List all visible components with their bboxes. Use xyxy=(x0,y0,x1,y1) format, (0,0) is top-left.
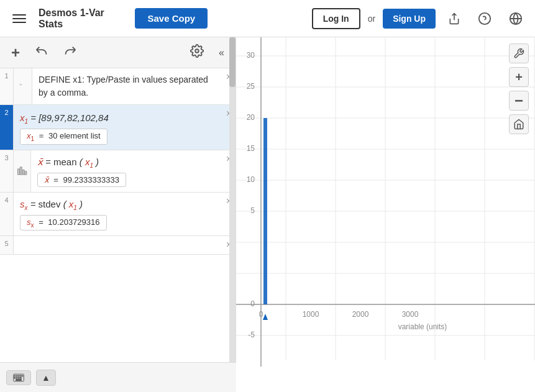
svg-text:2000: 2000 xyxy=(352,310,369,319)
svg-text:20: 20 xyxy=(247,113,255,122)
home-button[interactable] xyxy=(509,114,529,134)
mean-paren2: ) xyxy=(96,157,99,167)
stdev-eq: = xyxy=(30,199,39,209)
svg-text:10: 10 xyxy=(247,175,255,184)
svg-text:25: 25 xyxy=(247,82,255,91)
login-button[interactable]: Log In xyxy=(312,8,360,29)
redo-button[interactable] xyxy=(58,42,82,63)
xbar-result-var: x̄ xyxy=(44,175,49,185)
expr-content-3[interactable]: x̄ = mean ( x1 ) x̄ = 99.2333333333 × xyxy=(31,150,235,192)
undo-button[interactable] xyxy=(30,42,53,63)
expr-content-2[interactable]: x1 = [89,97,82,102,84 x1 = 30 element li… xyxy=(14,105,235,150)
zoom-in-button[interactable]: + xyxy=(509,67,529,87)
mean-eq: = xyxy=(45,157,53,167)
main-layout: + « 1 xyxy=(0,37,535,392)
graph-svg: 30 25 20 15 10 5 0 -5 0 1000 2000 3000 v… xyxy=(236,37,535,392)
svg-rect-13 xyxy=(22,375,23,376)
expression-row-5: 5 × xyxy=(0,236,235,255)
mean-arg-sub: 1 xyxy=(89,162,93,169)
hamburger-icon xyxy=(12,14,26,23)
redo-icon xyxy=(63,44,77,58)
stdev-fn: stdev xyxy=(39,199,61,209)
svg-rect-16 xyxy=(18,377,19,378)
list-result-text: 30 element list xyxy=(48,131,101,140)
collapse-button[interactable]: « xyxy=(214,45,229,61)
svg-text:15: 15 xyxy=(247,144,255,153)
sx-sub: x xyxy=(25,204,28,211)
data-point-marker xyxy=(263,314,268,320)
expr-number-1: 1 xyxy=(0,68,14,104)
undo-icon xyxy=(35,44,48,58)
hamburger-menu[interactable] xyxy=(7,12,31,25)
arrow-up-button[interactable]: ▲ xyxy=(36,370,56,386)
sx-var: s xyxy=(20,199,25,209)
svg-text:variable (units): variable (units) xyxy=(398,322,447,331)
x1-sub: 1 xyxy=(25,118,29,125)
expression-row-1: 1 " DEFINE x1: Type/Paste in values sepa… xyxy=(0,68,235,105)
svg-text:3000: 3000 xyxy=(402,310,419,319)
add-button[interactable]: + xyxy=(6,42,25,64)
expr-icon-3[interactable] xyxy=(14,150,31,192)
distribution-icon xyxy=(17,165,28,176)
graph-controls: + − xyxy=(509,43,529,134)
svg-rect-10 xyxy=(16,375,17,376)
list-math: x1 = [89,97,82,102,84 xyxy=(20,112,231,125)
mean-fn: mean xyxy=(53,157,77,167)
stdev-paren1: ( xyxy=(63,199,66,209)
scrollbar-track[interactable] xyxy=(229,37,235,392)
svg-rect-15 xyxy=(16,377,17,378)
svg-rect-9 xyxy=(14,375,16,376)
save-copy-button[interactable]: Save Copy xyxy=(135,8,208,29)
globe-icon xyxy=(509,12,523,25)
zoom-out-button[interactable]: − xyxy=(509,91,529,111)
svg-point-0 xyxy=(479,12,490,24)
svg-text:0: 0 xyxy=(259,310,263,319)
stdev-math: sx = stdev ( x1 ) xyxy=(20,199,231,211)
svg-text:0: 0 xyxy=(250,299,255,308)
keyboard-icon xyxy=(13,373,24,382)
x1-result-sub: 1 xyxy=(31,135,35,142)
bottom-bar: ▲ xyxy=(0,362,236,392)
expression-row-3: 3 x̄ = mean ( x1 xyxy=(0,150,235,193)
scrollbar-thumb[interactable] xyxy=(229,37,235,87)
quote-icon: " xyxy=(19,82,27,91)
toolbar: + « xyxy=(0,37,235,68)
xbar-var: x̄ xyxy=(37,157,43,167)
stdev-result-eq: = xyxy=(36,217,48,227)
svg-text:1000: 1000 xyxy=(303,310,319,319)
help-icon xyxy=(478,12,492,25)
help-button[interactable] xyxy=(473,9,496,28)
svg-rect-7 xyxy=(24,171,26,175)
sx-result-sub: x xyxy=(31,221,34,228)
signup-button[interactable]: Sign Up xyxy=(383,9,436,29)
expr-content-5 xyxy=(14,236,235,254)
svg-rect-6 xyxy=(22,170,24,175)
settings-button[interactable] xyxy=(185,42,209,63)
keyboard-button[interactable] xyxy=(6,370,31,385)
expression-row-4: 4 sx = stdev ( x1 ) sx = 10.203729316 xyxy=(0,193,235,237)
left-panel: + « 1 xyxy=(0,37,236,392)
globe-button[interactable] xyxy=(504,9,528,28)
app-title: Desmos 1-Var Stats xyxy=(39,7,127,30)
expressions-list: 1 " DEFINE x1: Type/Paste in values sepa… xyxy=(0,68,235,392)
home-icon xyxy=(513,119,524,130)
expr-icon-1[interactable]: " xyxy=(14,68,32,104)
expr-number-4: 4 xyxy=(0,193,14,236)
wrench-button[interactable] xyxy=(509,43,529,63)
stdev-arg-sub: 1 xyxy=(73,204,77,211)
mean-paren1: ( xyxy=(80,157,83,167)
header: Desmos 1-Var Stats Save Copy Log In or S… xyxy=(0,0,535,37)
svg-rect-4 xyxy=(17,169,19,175)
svg-point-2 xyxy=(195,49,199,53)
svg-rect-12 xyxy=(21,375,22,376)
svg-text:": " xyxy=(19,82,22,90)
expr-content-4[interactable]: sx = stdev ( x1 ) sx = 10.203729316 × xyxy=(14,193,235,236)
expression-row-2: 2 x1 = [89,97,82,102,84 x1 = 30 element … xyxy=(0,105,235,150)
share-icon xyxy=(448,12,460,25)
svg-rect-5 xyxy=(20,167,22,175)
stdev-result: sx = 10.203729316 xyxy=(20,215,107,231)
stdev-paren2: ) xyxy=(80,199,83,209)
expr-number-3: 3 xyxy=(0,150,14,192)
expr-number-2: 2 xyxy=(0,105,14,150)
share-button[interactable] xyxy=(443,10,465,27)
